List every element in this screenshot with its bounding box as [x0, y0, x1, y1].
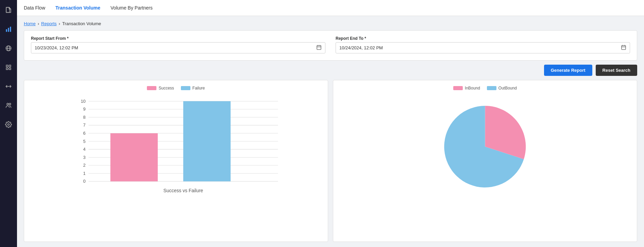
- svg-text:9: 9: [83, 106, 86, 112]
- bar-chart-card: Success Failure: [24, 80, 328, 242]
- bar-chart-legend: Success Failure: [147, 86, 205, 90]
- bar-success: [111, 133, 158, 181]
- nav-transaction-volume[interactable]: Transaction Volume: [55, 0, 100, 15]
- svg-text:0: 0: [83, 179, 86, 184]
- calendar-end-icon[interactable]: [621, 45, 626, 51]
- sidebar-icon-document[interactable]: [2, 4, 15, 16]
- sidebar-icon-puzzle[interactable]: [2, 61, 15, 73]
- pie-chart-area: [339, 94, 631, 236]
- pie-chart-card: InBound OutBound: [333, 80, 637, 242]
- svg-rect-15: [622, 46, 626, 50]
- filter-start-input-wrap[interactable]: [31, 42, 325, 53]
- breadcrumb-current: Transaction Volume: [62, 21, 101, 26]
- legend-outbound: OutBound: [487, 86, 517, 90]
- legend-outbound-swatch: [487, 86, 496, 90]
- nav-data-flow[interactable]: Data Flow: [24, 0, 45, 15]
- filter-start-label: Report Start From *: [31, 36, 325, 41]
- pie-chart-svg: [339, 94, 631, 196]
- charts-row: Success Failure: [24, 80, 637, 242]
- svg-text:5: 5: [83, 139, 86, 144]
- sidebar-icon-flow[interactable]: [2, 80, 15, 93]
- legend-inbound-label: InBound: [465, 86, 480, 90]
- svg-rect-2: [8, 28, 9, 32]
- svg-text:1: 1: [83, 171, 86, 176]
- y-axis-labels: 0 1 2 3 4 5 6 7 8 9 10: [81, 99, 85, 184]
- legend-outbound-label: OutBound: [498, 86, 517, 90]
- legend-failure: Failure: [181, 86, 205, 90]
- svg-text:7: 7: [83, 122, 86, 128]
- svg-rect-3: [10, 27, 11, 32]
- filter-card: Report Start From *: [24, 30, 637, 61]
- legend-success: Success: [147, 86, 174, 90]
- legend-success-label: Success: [158, 86, 174, 90]
- page-area: Home › Reports › Transaction Volume Repo…: [17, 16, 644, 247]
- filter-start-input[interactable]: [35, 45, 313, 50]
- bar-chart-svg-wrap: 0 1 2 3 4 5 6 7 8 9 10: [30, 94, 322, 236]
- breadcrumb: Home › Reports › Transaction Volume: [24, 21, 637, 26]
- svg-text:3: 3: [83, 155, 86, 160]
- svg-text:8: 8: [83, 115, 86, 120]
- sidebar: [0, 0, 17, 247]
- breadcrumb-home[interactable]: Home: [24, 21, 36, 26]
- actions-row: Generate Report Reset Search: [24, 65, 637, 76]
- filter-start-field: Report Start From *: [31, 36, 325, 53]
- pie-chart-legend: InBound OutBound: [453, 86, 517, 90]
- svg-text:2: 2: [83, 163, 86, 168]
- bar-chart-x-label: Success vs Failure: [164, 188, 203, 193]
- filter-row: Report Start From *: [31, 36, 630, 53]
- svg-text:4: 4: [83, 147, 86, 152]
- svg-point-8: [7, 103, 9, 105]
- legend-failure-swatch: [181, 86, 190, 90]
- calendar-start-icon[interactable]: [316, 45, 322, 51]
- filter-end-input[interactable]: [339, 45, 618, 50]
- bar-chart-svg: 0 1 2 3 4 5 6 7 8 9 10: [30, 94, 322, 196]
- svg-text:6: 6: [83, 131, 86, 136]
- filter-end-field: Report End To *: [336, 36, 630, 53]
- breadcrumb-reports[interactable]: Reports: [41, 21, 57, 26]
- legend-failure-label: Failure: [192, 86, 205, 90]
- breadcrumb-sep2: ›: [59, 21, 60, 26]
- svg-rect-1: [6, 29, 7, 32]
- legend-inbound-swatch: [453, 86, 463, 90]
- svg-text:10: 10: [81, 99, 85, 104]
- reset-search-button[interactable]: Reset Search: [596, 65, 637, 76]
- svg-point-9: [9, 103, 11, 105]
- filter-end-label: Report End To *: [336, 36, 630, 41]
- sidebar-icon-chart[interactable]: [2, 23, 15, 35]
- legend-inbound: InBound: [453, 86, 480, 90]
- main-content: Data Flow Transaction Volume Volume By P…: [17, 0, 644, 247]
- top-nav: Data Flow Transaction Volume Volume By P…: [17, 0, 644, 16]
- svg-point-10: [8, 124, 10, 126]
- sidebar-icon-globe[interactable]: [2, 42, 15, 54]
- sidebar-icon-people[interactable]: [2, 99, 15, 112]
- generate-report-button[interactable]: Generate Report: [544, 65, 592, 76]
- svg-rect-11: [317, 46, 321, 50]
- bar-failure: [183, 101, 231, 181]
- sidebar-icon-settings[interactable]: [2, 118, 15, 131]
- legend-success-swatch: [147, 86, 156, 90]
- breadcrumb-sep1: ›: [38, 21, 39, 26]
- filter-end-input-wrap[interactable]: [336, 42, 630, 53]
- nav-volume-by-partners[interactable]: Volume By Partners: [111, 0, 153, 15]
